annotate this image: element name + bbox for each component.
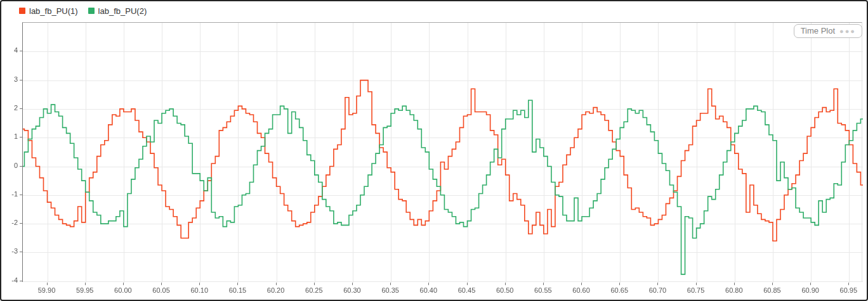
time-plot-tab-label: Time Plot bbox=[801, 26, 835, 35]
x-tick-mark bbox=[505, 283, 506, 285]
y-tick-label: 2 bbox=[3, 104, 18, 112]
x-tick-label: 60.55 bbox=[527, 286, 559, 294]
legend: lab_fb_PU(1) lab_fb_PU(2) bbox=[19, 5, 147, 16]
x-tick-mark bbox=[199, 283, 200, 285]
x-tick-label: 60.35 bbox=[374, 286, 406, 294]
y-tick-label: -3 bbox=[3, 247, 18, 255]
x-tick-label: 60.65 bbox=[603, 286, 635, 294]
x-tick-label: 60.25 bbox=[298, 286, 330, 294]
tab-menu-dots-icon[interactable]: ●●● bbox=[839, 27, 856, 35]
x-tick-mark bbox=[161, 283, 162, 285]
x-tick-mark bbox=[47, 283, 48, 285]
x-tick-mark bbox=[467, 283, 468, 285]
x-tick-mark bbox=[810, 283, 811, 285]
x-tick-label: 60.30 bbox=[336, 286, 368, 294]
x-tick-mark bbox=[734, 283, 735, 285]
x-tick-mark bbox=[428, 283, 429, 285]
x-tick-label: 60.05 bbox=[145, 286, 177, 294]
x-tick-mark bbox=[619, 283, 620, 285]
x-tick-label: 60.90 bbox=[794, 286, 826, 294]
x-tick-mark bbox=[696, 283, 697, 285]
legend-item-series1[interactable]: lab_fb_PU(1) bbox=[19, 6, 78, 16]
x-tick-label: 60.45 bbox=[451, 286, 483, 294]
x-tick-label: 60.70 bbox=[641, 286, 673, 294]
x-tick-label: 59.90 bbox=[31, 286, 63, 294]
x-tick-mark bbox=[581, 283, 582, 285]
y-tick-label: 0 bbox=[3, 162, 18, 169]
x-tick-mark bbox=[237, 283, 238, 285]
series2-color-swatch-icon bbox=[88, 8, 95, 14]
x-tick-mark bbox=[352, 283, 353, 285]
x-tick-label: 60.85 bbox=[756, 286, 788, 294]
x-tick-mark bbox=[314, 283, 315, 285]
x-tick-mark bbox=[276, 283, 277, 285]
x-tick-label: 60.95 bbox=[832, 286, 864, 294]
x-tick-mark bbox=[772, 283, 773, 285]
x-tick-label: 60.10 bbox=[183, 286, 215, 294]
plot-area bbox=[22, 22, 862, 282]
y-tick-label: -4 bbox=[3, 276, 18, 284]
x-tick-mark bbox=[848, 283, 849, 285]
x-tick-label: 60.80 bbox=[718, 286, 750, 294]
plot-canvas[interactable] bbox=[23, 23, 863, 283]
x-tick-label: 59.95 bbox=[69, 286, 101, 294]
y-tick-label: -2 bbox=[3, 219, 18, 226]
scope-window: lab_fb_PU(1) lab_fb_PU(2) Time Plot ●●● … bbox=[0, 0, 868, 301]
series1-color-swatch-icon bbox=[19, 8, 25, 14]
x-tick-label: 60.60 bbox=[565, 286, 597, 294]
legend-item-series2[interactable]: lab_fb_PU(2) bbox=[88, 6, 147, 16]
x-tick-mark bbox=[390, 283, 391, 285]
time-plot-tab[interactable]: Time Plot ●●● bbox=[794, 24, 862, 38]
x-tick-mark bbox=[123, 283, 124, 285]
y-tick-label: 1 bbox=[3, 132, 18, 140]
x-tick-mark bbox=[543, 283, 544, 285]
x-tick-label: 60.00 bbox=[107, 286, 139, 294]
legend-label-series2: lab_fb_PU(2) bbox=[98, 6, 147, 16]
y-tick-label: 3 bbox=[3, 75, 18, 83]
x-tick-label: 60.75 bbox=[680, 286, 712, 294]
x-tick-label: 60.20 bbox=[260, 286, 292, 294]
legend-label-series1: lab_fb_PU(1) bbox=[29, 6, 78, 16]
x-tick-label: 60.40 bbox=[412, 286, 444, 294]
y-tick-label: -1 bbox=[3, 190, 18, 198]
x-tick-label: 60.15 bbox=[221, 286, 253, 294]
x-tick-mark bbox=[657, 283, 658, 285]
y-tick-label: 4 bbox=[3, 46, 18, 54]
x-tick-label: 60.50 bbox=[489, 286, 521, 294]
x-tick-mark bbox=[85, 283, 86, 285]
